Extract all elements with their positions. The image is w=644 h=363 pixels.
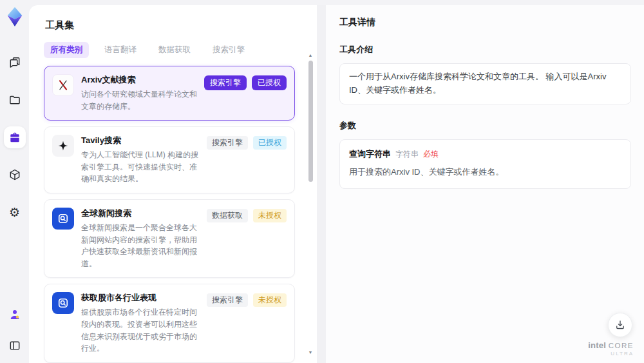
tool-title: Tavily搜索 [81, 135, 200, 146]
folder-icon[interactable] [4, 89, 26, 111]
auth-badge[interactable]: 已授权 [252, 75, 287, 90]
category-tag[interactable]: 搜索引擎 [204, 75, 247, 90]
scroll-up-arrow-icon[interactable]: ▲ [308, 53, 313, 58]
tool-title: Arxiv文献搜索 [81, 74, 197, 86]
category-tag: 搜索引擎 [207, 136, 248, 150]
user-avatar-icon[interactable] [4, 304, 26, 326]
scrollbar-thumb[interactable] [308, 61, 313, 182]
rail-navigation: ⚙ [4, 52, 26, 223]
tool-detail-pane: 工具详情 工具介绍 一个用于从Arxiv存储库搜索科学论文和文章的工具。 输入可… [326, 5, 644, 363]
intel-core-logo: intel CORE ULTRA [588, 340, 634, 357]
tab-data-fetching[interactable]: 数据获取 [152, 42, 197, 58]
page-title: 工具集 [45, 19, 310, 32]
tool-card-tavily[interactable]: Tavily搜索 专为人工智能代理 (LLM) 构建的搜索引擎工具。可快速提供实… [44, 126, 295, 193]
rail-bottom-group [4, 304, 26, 357]
tavily-star-icon [52, 135, 74, 157]
tab-all-categories[interactable]: 所有类别 [44, 42, 89, 58]
core-wordmark: CORE [609, 342, 634, 349]
category-tag: 搜索引擎 [207, 293, 248, 307]
app-logo-icon [5, 6, 24, 27]
param-name: 查询字符串 [349, 148, 391, 161]
left-sidebar-rail: ⚙ [0, 0, 29, 363]
tab-language-translation[interactable]: 语言翻译 [98, 42, 143, 58]
intel-wordmark: intel [588, 340, 606, 350]
auth-badge: 未授权 [253, 209, 287, 222]
list-scrollbar[interactable]: ▲ ▼ [307, 53, 314, 355]
toolbox-icon[interactable] [4, 126, 26, 148]
chat-icon[interactable] [4, 52, 26, 74]
tool-description: 提供股票市场各个行业在特定时间段内的表现。投资者可以利用这些信息来识别表现优于或… [81, 306, 200, 354]
tool-list-pane: 工具集 所有类别 语言翻译 数据获取 搜索引擎 Arxiv文献搜索 访问各个研究… [29, 5, 317, 363]
tool-card-arxiv[interactable]: Arxiv文献搜索 访问各个研究领域大量科学论文和文章的存储库。 搜索引擎 已授… [44, 66, 295, 121]
category-tabs: 所有类别 语言翻译 数据获取 搜索引擎 [44, 42, 310, 58]
auth-badge: 未授权 [253, 293, 287, 307]
tool-card-global-news[interactable]: 全球新闻搜索 全球新闻搜索是一个聚合全球各大新闻网站内容的搜索引擎，帮助用户快速… [44, 199, 295, 278]
param-required-badge: 必填 [423, 148, 439, 161]
tool-card-list: Arxiv文献搜索 访问各个研究领域大量科学论文和文章的存储库。 搜索引擎 已授… [44, 66, 310, 363]
download-button[interactable] [608, 313, 632, 337]
tool-description: 访问各个研究领域大量科学论文和文章的存储库。 [81, 88, 197, 112]
intro-text-box: 一个用于从Arxiv存储库搜索科学论文和文章的工具。 输入可以是Arxiv ID… [339, 63, 631, 104]
main-surface: 工具集 所有类别 语言翻译 数据获取 搜索引擎 Arxiv文献搜索 访问各个研究… [29, 5, 644, 363]
auth-badge: 已授权 [253, 136, 287, 150]
tool-title: 获取股市各行业表现 [81, 292, 200, 304]
arxiv-logo-icon [52, 74, 74, 96]
tool-card-sector-performance[interactable]: 获取股市各行业表现 提供股票市场各个行业在特定时间段内的表现。投资者可以利用这些… [44, 284, 295, 362]
download-icon [614, 319, 626, 331]
stock-search-icon [52, 292, 74, 314]
ultra-wordmark: ULTRA [588, 351, 634, 357]
param-description: 用于搜索的Arxiv ID、关键字或作者姓名。 [349, 166, 621, 179]
param-type: 字符串 [395, 148, 419, 161]
news-search-icon [52, 208, 74, 230]
collapse-panel-icon[interactable] [4, 335, 26, 357]
param-card: 查询字符串 字符串 必填 用于搜索的Arxiv ID、关键字或作者姓名。 [339, 139, 631, 190]
cube-icon[interactable] [4, 164, 26, 186]
intro-heading: 工具介绍 [339, 44, 631, 55]
tool-title: 全球新闻搜索 [81, 208, 200, 219]
pane-divider [317, 5, 326, 363]
scroll-down-arrow-icon[interactable]: ▼ [308, 350, 313, 355]
tab-search-engine[interactable]: 搜索引擎 [206, 42, 251, 58]
params-heading: 参数 [339, 120, 631, 132]
tool-description: 专为人工智能代理 (LLM) 构建的搜索引擎工具。可快速提供实时、准确和真实的结… [81, 149, 200, 185]
detail-title: 工具详情 [339, 17, 631, 28]
tool-description: 全球新闻搜索是一个聚合全球各大新闻网站内容的搜索引擎，帮助用户快速获取全球最新资… [81, 222, 200, 270]
category-tag: 数据获取 [207, 209, 248, 222]
gear-icon[interactable]: ⚙ [4, 201, 26, 223]
